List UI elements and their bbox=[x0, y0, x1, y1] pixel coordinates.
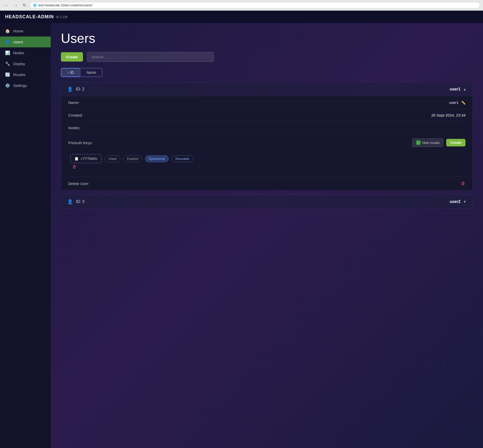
sidebar-label-settings: Settings bbox=[13, 83, 27, 88]
sidebar-item-home[interactable]: 🏠 Home bbox=[0, 26, 51, 36]
badge-expired: Expired bbox=[123, 155, 142, 162]
chevron-up-icon-1: ▲ bbox=[463, 87, 467, 91]
sidebar-label-routes: Routes bbox=[13, 72, 25, 77]
user-name-section-2: user2 ▼ bbox=[450, 199, 467, 204]
home-icon: 🏠 bbox=[5, 29, 10, 33]
browser-chrome: ← → ↻ 🌐 test-headscale.31bel.ru/admin/us… bbox=[0, 0, 483, 11]
sidebar-item-users[interactable]: 👤 Users bbox=[0, 36, 51, 47]
user-name-label-2: user2 bbox=[450, 199, 460, 204]
detail-row-delete-user: Delete User: 🗑 bbox=[66, 177, 468, 190]
user-id-text-2: ID: 3 bbox=[76, 199, 84, 204]
sidebar-item-nodes[interactable]: 📊 Nodes bbox=[0, 47, 51, 58]
sort-tab-id[interactable]: ↑ ID bbox=[61, 68, 80, 77]
sort-tabs: ↑ ID Name bbox=[61, 68, 473, 77]
hide-invalid-label: Hide Invalid bbox=[422, 141, 439, 145]
preauth-key-section: 📋 cfffb6dc Used Expired Ephemeral Reusab… bbox=[68, 151, 465, 173]
detail-row-nodes: Nodes: bbox=[66, 122, 468, 134]
user-id-section-2: 👤 ID: 3 bbox=[67, 199, 84, 204]
user-card-header-1[interactable]: 👤 ID: 2 user1 ▲ bbox=[61, 82, 473, 96]
search-input[interactable] bbox=[87, 52, 214, 62]
app-container: HEADSCALE-ADMIN v0.1.12b 🏠 Home 👤 Users … bbox=[0, 11, 483, 448]
forward-button[interactable]: → bbox=[12, 3, 19, 8]
created-text: 20 Sept 2024, 23:34 bbox=[431, 113, 465, 117]
chevron-down-icon-2: ▼ bbox=[463, 200, 467, 204]
sidebar-label-nodes: Nodes bbox=[13, 51, 24, 55]
create-preauth-button[interactable]: Create bbox=[446, 139, 465, 146]
detail-row-created: Created: 20 Sept 2024, 23:34 bbox=[66, 109, 468, 122]
sort-tab-name[interactable]: Name bbox=[80, 68, 102, 77]
delete-user-label: Delete User: bbox=[68, 181, 89, 186]
sidebar-item-deploy[interactable]: 🔧 Deploy bbox=[0, 58, 51, 69]
settings-icon: ⚙️ bbox=[5, 83, 10, 88]
name-value: user1 ✏️ bbox=[449, 100, 465, 105]
nodes-label: Nodes: bbox=[68, 126, 80, 130]
user-card-1: 👤 ID: 2 user1 ▲ Name: user1 bbox=[61, 82, 473, 191]
delete-key-icon[interactable]: 🗑 bbox=[72, 164, 77, 170]
back-button[interactable]: ← bbox=[3, 3, 10, 8]
app-logo: HEADSCALE-ADMIN bbox=[5, 14, 54, 20]
name-label: Name: bbox=[68, 100, 79, 105]
user-id-section-1: 👤 ID: 2 bbox=[67, 86, 84, 92]
preauth-label: PreAuth Keys: bbox=[68, 141, 93, 145]
key-delete-row: 🗑 bbox=[72, 164, 463, 170]
key-code: 📋 cfffb6dc bbox=[70, 154, 102, 163]
sidebar-item-settings[interactable]: ⚙️ Settings bbox=[0, 80, 51, 91]
app-version: v0.1.12b bbox=[56, 15, 67, 19]
sidebar-label-home: Home bbox=[13, 29, 23, 33]
main-layout: 🏠 Home 👤 Users 📊 Nodes 🔧 Deploy 🔄 Routes… bbox=[0, 23, 483, 448]
deploy-icon: 🔧 bbox=[5, 61, 10, 66]
url-text: test-headscale.31bel.ru/admin/users/ bbox=[38, 3, 92, 7]
user-avatar-icon-1: 👤 bbox=[67, 86, 73, 92]
user-card-header-2[interactable]: 👤 ID: 3 user2 ▼ bbox=[61, 195, 473, 209]
user-card-2: 👤 ID: 3 user2 ▼ bbox=[61, 195, 473, 209]
content-area: Users Create ↑ ID Name 👤 ID: 2 bbox=[51, 23, 483, 448]
delete-user-icon[interactable]: 🗑 bbox=[461, 181, 465, 186]
badge-used: Used bbox=[105, 155, 120, 162]
user-avatar-icon-2: 👤 bbox=[67, 199, 73, 204]
badge-reusable: Reusable bbox=[172, 155, 193, 162]
user-name-label-1: user1 bbox=[450, 87, 460, 91]
sidebar-item-routes[interactable]: 🔄 Routes bbox=[0, 69, 51, 80]
hide-invalid-button[interactable]: ✓ Hide Invalid bbox=[412, 138, 443, 147]
preauth-key-item: 📋 cfffb6dc Used Expired Ephemeral Reusab… bbox=[70, 154, 463, 163]
user-details-1: Name: user1 ✏️ Created: 20 Sept 2024, 23… bbox=[61, 96, 473, 190]
detail-row-preauth: PreAuth Keys: ✓ Hide Invalid Create bbox=[66, 134, 468, 177]
delete-user-value: 🗑 bbox=[461, 181, 465, 186]
sidebar: 🏠 Home 👤 Users 📊 Nodes 🔧 Deploy 🔄 Routes… bbox=[0, 23, 51, 448]
check-icon: ✓ bbox=[416, 140, 421, 145]
user-name-section-1: user1 ▲ bbox=[450, 87, 467, 91]
created-label: Created: bbox=[68, 113, 83, 117]
preauth-controls: ✓ Hide Invalid Create bbox=[412, 138, 465, 147]
detail-row-name: Name: user1 ✏️ bbox=[66, 96, 468, 109]
toolbar: Create bbox=[61, 52, 473, 62]
sidebar-label-deploy: Deploy bbox=[13, 62, 25, 66]
address-bar: 🌐 test-headscale.31bel.ru/admin/users/ bbox=[30, 2, 480, 8]
key-icon: 📋 bbox=[74, 157, 79, 161]
sidebar-label-users: Users bbox=[13, 40, 23, 44]
users-icon: 👤 bbox=[5, 40, 10, 44]
create-user-button[interactable]: Create bbox=[61, 52, 83, 62]
app-header: HEADSCALE-ADMIN v0.1.12b bbox=[0, 11, 483, 23]
reload-button[interactable]: ↻ bbox=[21, 2, 28, 8]
badge-ephemeral: Ephemeral bbox=[145, 155, 169, 162]
name-text: user1 bbox=[449, 100, 459, 105]
address-icon: 🌐 bbox=[33, 4, 37, 7]
key-text: cfffb6dc bbox=[81, 157, 98, 161]
page-title: Users bbox=[61, 31, 473, 46]
nodes-icon: 📊 bbox=[5, 50, 10, 55]
created-value: 20 Sept 2024, 23:34 bbox=[431, 113, 465, 117]
user-id-text-1: ID: 2 bbox=[76, 87, 84, 91]
edit-name-icon[interactable]: ✏️ bbox=[461, 101, 465, 105]
routes-icon: 🔄 bbox=[5, 72, 10, 77]
